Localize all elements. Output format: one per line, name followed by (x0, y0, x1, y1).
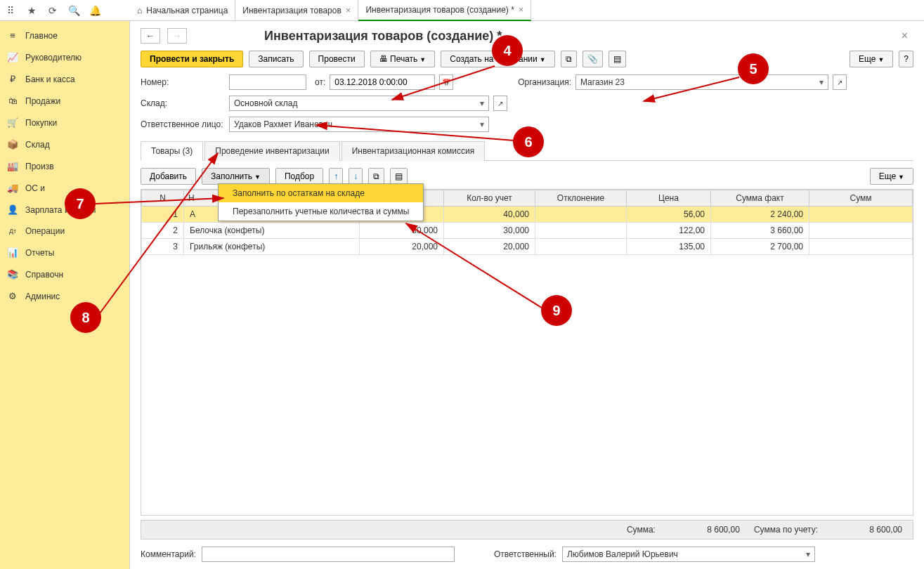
apps-icon[interactable]: ⠿ (0, 0, 21, 21)
tab-inventory-list[interactable]: Инвентаризация товаров × (235, 0, 358, 21)
structure-button[interactable]: ⧉ (561, 51, 577, 67)
tab-inventory-conduct[interactable]: Проведение инвентаризации (204, 141, 339, 161)
warehouse-select[interactable]: Основной склад▾ (229, 96, 489, 111)
tab-goods[interactable]: Товары (3) (141, 141, 203, 161)
sidebar-item-assets[interactable]: 🚚ОС и (0, 177, 129, 199)
sidebar-label: Покупки (25, 118, 57, 128)
org-label: Организация: (518, 77, 571, 87)
menu-icon: ≡ (7, 30, 18, 41)
sidebar-item-reports[interactable]: 📊Отчеты (0, 242, 129, 263)
callout-9: 9 (541, 295, 572, 326)
sum-value: 8 600,00 (670, 525, 740, 535)
bottom-resp-select[interactable]: Любимов Валерий Юрьевич▾ (562, 547, 815, 562)
nav-forward-button[interactable]: → (167, 28, 187, 44)
table-row[interactable]: 2Белочка (конфеты)30,00030,000122,003 66… (142, 223, 913, 239)
date-input[interactable] (330, 74, 435, 90)
sidebar-label: Банк и касса (25, 74, 75, 84)
sidebar-item-manager[interactable]: 📈Руководителю (0, 46, 129, 68)
fill-by-stock-item[interactable]: Заполнить по остаткам на складе (219, 184, 423, 202)
tab-label: Инвентаризация товаров (создание) * (365, 5, 514, 15)
topbar-icons: ⠿ ★ ⟳ 🔍 🔔 (0, 0, 130, 21)
tab-inventory-create[interactable]: Инвентаризация товаров (создание) * × (358, 0, 531, 21)
col-sum[interactable]: Сумм (809, 190, 913, 207)
org-value: Магазин 23 (580, 77, 625, 87)
from-label: от: (315, 77, 325, 87)
comment-input[interactable] (202, 547, 455, 562)
books-icon: 📚 (7, 269, 18, 280)
sidebar-label: Операции (25, 226, 65, 236)
paste-button[interactable]: ▤ (390, 168, 408, 185)
goods-table: N Н Кол-во учет Отклонение Цена Сумма фа… (141, 189, 913, 516)
ruble-icon: ₽ (7, 74, 18, 84)
sidebar-item-bank[interactable]: ₽Банк и касса (0, 68, 129, 90)
col-price[interactable]: Цена (627, 190, 711, 207)
sidebar-item-admin[interactable]: ⚙Админис (0, 285, 129, 307)
callout-6: 6 (513, 126, 544, 157)
print-button[interactable]: 🖶 Печать▼ (370, 51, 436, 67)
tab-commission[interactable]: Инвентаризационная комиссия (341, 141, 486, 161)
move-up-button[interactable]: ↑ (329, 168, 343, 185)
table-row[interactable]: 3Грильяж (конфеты)20,00020,000135,002 70… (142, 239, 913, 255)
sidebar-item-main[interactable]: ≡Главное (0, 25, 129, 46)
move-down-button[interactable]: ↓ (349, 168, 363, 185)
sidebar-item-production[interactable]: 🏭Произв (0, 155, 129, 177)
col-acct-qty[interactable]: Кол-во учет (444, 190, 535, 207)
org-select[interactable]: Магазин 23▾ (575, 74, 828, 90)
responsible-value: Удаков Рахмет Иванович (234, 119, 332, 129)
number-input[interactable] (229, 74, 306, 90)
print-label: Печать (390, 54, 417, 64)
more-rows-button[interactable]: Еще▼ (870, 168, 913, 185)
acct-sum-value: 8 600,00 (832, 525, 902, 535)
help-button[interactable]: ? (899, 51, 913, 67)
close-icon[interactable]: × (519, 4, 524, 15)
sidebar-label: ОС и (25, 183, 45, 193)
more-label: Еще (859, 54, 876, 64)
col-n[interactable]: N (142, 190, 184, 207)
col-sum-fact[interactable]: Сумма факт (711, 190, 809, 207)
factory-icon: 🏭 (7, 161, 18, 171)
cart-icon: 🛒 (7, 117, 18, 128)
copy-button[interactable]: ⧉ (368, 168, 384, 185)
post-and-close-button[interactable]: Провести и закрыть (141, 51, 243, 67)
history-icon[interactable]: ⟳ (42, 0, 63, 21)
tab-home[interactable]: ⌂ Начальная страница (130, 0, 235, 21)
sidebar-label: Главное (25, 31, 58, 41)
close-page-button[interactable]: × (896, 30, 913, 42)
responsible-label: Ответственное лицо: (141, 119, 225, 129)
open-warehouse-button[interactable]: ↗ (493, 96, 507, 111)
comment-label: Комментарий: (141, 549, 196, 559)
more-label: Еще (879, 171, 896, 181)
fill-button[interactable]: Заполнить▼ (202, 168, 270, 185)
totals-bar: Сумма: 8 600,00 Сумма по учету: 8 600,00 (141, 520, 913, 539)
sidebar-item-warehouse[interactable]: 📦Склад (0, 133, 129, 155)
sidebar-item-purchases[interactable]: 🛒Покупки (0, 112, 129, 133)
fill-dropdown: Заполнить по остаткам на складе Перезапо… (218, 183, 424, 221)
warehouse-label: Склад: (141, 98, 225, 108)
post-button[interactable]: Провести (309, 51, 365, 67)
attach-button[interactable]: 📎 (583, 51, 603, 67)
sidebar-item-catalogs[interactable]: 📚Справочн (0, 263, 129, 285)
open-org-button[interactable]: ↗ (833, 74, 847, 90)
nav-back-button[interactable]: ← (141, 28, 160, 44)
close-icon[interactable]: × (346, 5, 351, 15)
sidebar-label: Руководителю (25, 53, 82, 63)
gear-icon: ⚙ (7, 291, 18, 301)
refill-accounting-item[interactable]: Перезаполнить учетные количества и суммы (219, 202, 423, 221)
home-icon: ⌂ (137, 6, 142, 15)
search-icon[interactable]: 🔍 (63, 0, 84, 21)
calendar-button[interactable]: 📅 (439, 74, 453, 90)
notes-button[interactable]: ▤ (609, 51, 626, 67)
sidebar-item-operations[interactable]: ДтОперации (0, 221, 129, 242)
more-button[interactable]: Еще▼ (850, 51, 893, 67)
sidebar-label: Продажи (25, 96, 60, 106)
bell-icon[interactable]: 🔔 (84, 0, 105, 21)
pick-button[interactable]: Подбор (275, 168, 323, 185)
callout-4: 4 (492, 35, 523, 66)
col-deviation[interactable]: Отклонение (535, 190, 627, 207)
sidebar-item-sales[interactable]: 🛍Продажи (0, 90, 129, 112)
add-row-button[interactable]: Добавить (141, 168, 196, 185)
star-icon[interactable]: ★ (21, 0, 42, 21)
fill-label: Заполнить (211, 171, 252, 181)
responsible-select[interactable]: Удаков Рахмет Иванович▾ (229, 117, 489, 132)
save-button[interactable]: Записать (249, 51, 303, 67)
